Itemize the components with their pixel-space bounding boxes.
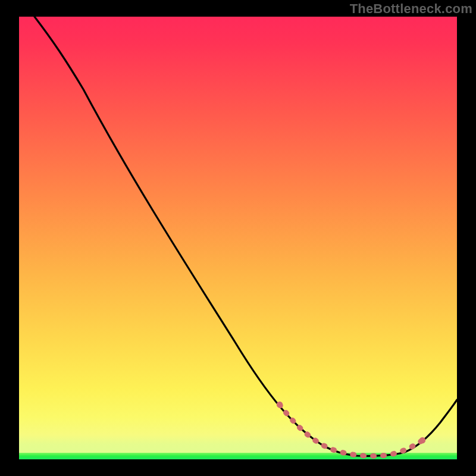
- chart-container: TheBottleneck.com: [0, 0, 476, 476]
- svg-point-2: [419, 437, 425, 443]
- chart-svg: [0, 0, 476, 476]
- watermark: TheBottleneck.com: [350, 1, 472, 17]
- plot-area: [19, 17, 457, 459]
- svg-point-1: [277, 402, 283, 408]
